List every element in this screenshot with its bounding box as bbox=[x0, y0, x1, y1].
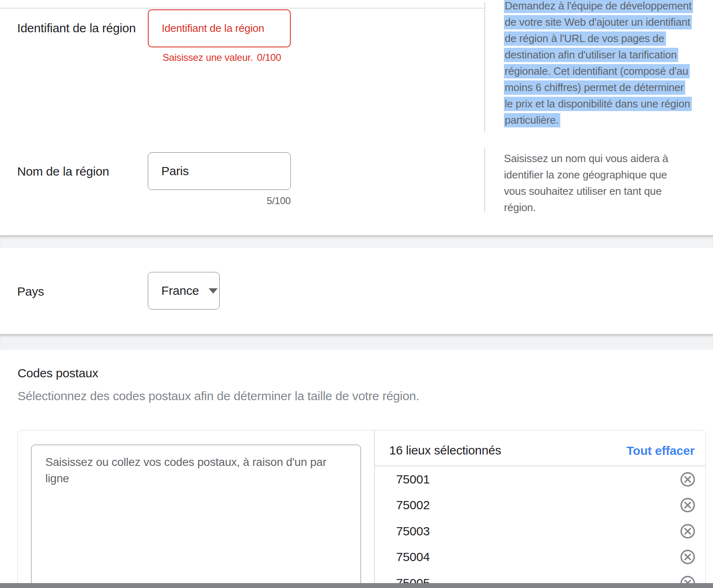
region-id-char-counter: 0/100 bbox=[257, 52, 281, 63]
help-text-line: régionale. Cet identifiant (composé d'au bbox=[504, 63, 699, 79]
highlighted-text: moins 6 chiffres) permet de déterminer bbox=[504, 80, 685, 95]
region-id-error-row: Saisissez une valeur. 0/100 bbox=[163, 52, 281, 63]
help-text-line: identifier la zone géographique que bbox=[504, 167, 699, 183]
help-text-line: moins 6 chiffres) permet de déterminer bbox=[504, 79, 699, 96]
selected-locations-count: 16 lieux sélectionnés bbox=[389, 443, 501, 457]
region-name-input-container bbox=[148, 152, 291, 190]
postal-code-value: 75001 bbox=[396, 472, 430, 486]
textarea-placeholder-line: Saisissez ou collez vos codes postaux, à… bbox=[45, 454, 347, 470]
region-name-label: Nom de la région bbox=[17, 165, 109, 178]
postal-code-row: 75002 bbox=[374, 492, 705, 519]
postal-codes-panel: Saisissez ou collez vos codes postaux, à… bbox=[17, 430, 706, 588]
postal-code-value: 75002 bbox=[396, 498, 430, 512]
highlighted-text: destination afin d'utiliser la tarificat… bbox=[504, 48, 678, 62]
circle-x-icon[interactable] bbox=[680, 497, 695, 513]
help-text-line: destination afin d'utiliser la tarificat… bbox=[504, 47, 699, 63]
circle-x-icon[interactable] bbox=[680, 549, 695, 565]
postal-codes-textarea[interactable]: Saisissez ou collez vos codes postaux, à… bbox=[31, 445, 361, 588]
help-text-line: le prix et la disponibilité dans une rég… bbox=[504, 96, 699, 112]
help-divider-region-name bbox=[484, 148, 485, 212]
postal-codes-description: Sélectionnez des codes postaux afin de d… bbox=[18, 389, 419, 403]
help-divider-region-id bbox=[484, 2, 485, 132]
caret-down-icon bbox=[209, 288, 218, 294]
postal-codes-title: Codes postaux bbox=[18, 366, 98, 380]
highlighted-text: particulière. bbox=[504, 113, 560, 127]
region-settings-page: Identifiant de la région Saisissez une v… bbox=[0, 0, 713, 588]
help-text-line: Demandez à l'équipe de développement bbox=[504, 0, 699, 14]
help-text-line: de votre site Web d'ajouter un identifia… bbox=[504, 14, 699, 30]
country-label: Pays bbox=[17, 285, 44, 298]
region-name-input[interactable] bbox=[148, 153, 303, 189]
highlighted-text: régionale. Cet identifiant (composé d'au bbox=[504, 64, 690, 78]
highlighted-text: de région à l'URL de vos pages de bbox=[504, 31, 666, 46]
help-text-line: particulière. bbox=[504, 112, 699, 128]
circle-x-icon[interactable] bbox=[680, 523, 695, 539]
selected-locations-header: 16 lieux sélectionnés Tout effacer bbox=[374, 430, 705, 466]
postal-code-row: 75004 bbox=[374, 544, 705, 570]
section-separator bbox=[0, 334, 713, 350]
highlighted-text: Demandez à l'équipe de développement bbox=[504, 0, 693, 13]
section-separator bbox=[0, 235, 713, 248]
highlighted-text: le prix et la disponibilité dans une rég… bbox=[504, 97, 692, 111]
horizontal-scrollbar[interactable] bbox=[0, 583, 713, 588]
top-divider bbox=[0, 8, 484, 9]
postal-code-value: 75003 bbox=[396, 524, 430, 538]
region-id-help-text: Demandez à l'équipe de développement de … bbox=[504, 0, 699, 128]
help-text-line: vous souhaitez utiliser en tant que bbox=[504, 183, 699, 199]
region-id-error-message: Saisissez une valeur. bbox=[163, 52, 253, 63]
region-name-help-text: Saisissez un nom qui vous aidera à ident… bbox=[504, 150, 699, 216]
postal-code-value: 75004 bbox=[396, 550, 430, 564]
region-id-input[interactable] bbox=[149, 10, 303, 47]
circle-x-icon[interactable] bbox=[680, 472, 695, 487]
help-text-line: de région à l'URL de vos pages de bbox=[504, 30, 699, 47]
textarea-placeholder-line: ligne bbox=[45, 470, 347, 487]
region-id-input-container bbox=[148, 9, 291, 47]
country-dropdown[interactable]: France bbox=[148, 272, 220, 310]
region-id-label: Identifiant de la région bbox=[17, 21, 136, 35]
region-name-char-counter: 5/100 bbox=[148, 195, 291, 207]
postal-codes-list: 75001 75002 75003 bbox=[374, 466, 705, 588]
postal-code-row: 75003 bbox=[374, 518, 705, 544]
postal-code-row: 75001 bbox=[374, 466, 705, 492]
help-text-line: région. bbox=[504, 199, 699, 216]
country-dropdown-value: France bbox=[161, 284, 199, 298]
help-text-line: Saisissez un nom qui vous aidera à bbox=[504, 150, 699, 167]
clear-all-button[interactable]: Tout effacer bbox=[626, 444, 695, 458]
highlighted-text: de votre site Web d'ajouter un identifia… bbox=[504, 15, 692, 29]
